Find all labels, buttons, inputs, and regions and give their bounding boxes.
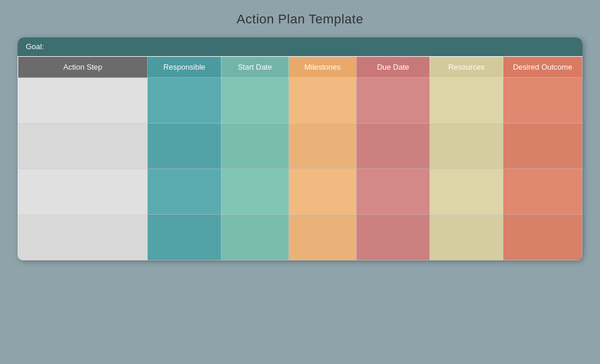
page-title: Action Plan Template [237,12,363,27]
table-row [18,123,582,169]
cell-desired-outcome[interactable] [503,78,582,123]
col-header-desired-outcome: Desired Outcome [503,57,582,78]
table-row [18,215,582,260]
cell-action-step[interactable] [18,215,148,260]
cell-milestones[interactable] [289,78,357,123]
page-wrapper: Action Plan Template Goal: Action Step R… [0,0,600,364]
col-header-resources: Resources [429,57,503,78]
col-header-action-step: Action Step [18,57,148,78]
cell-start-date[interactable] [221,169,289,215]
goal-label: Goal: [26,42,44,51]
col-header-responsible: Responsible [148,57,221,78]
cell-resources[interactable] [429,215,503,260]
cell-resources[interactable] [429,78,503,123]
cell-action-step[interactable] [18,78,148,123]
action-plan-table: Action Step Responsible Start Date Miles… [18,56,582,260]
cell-responsible[interactable] [148,215,221,260]
cell-due-date[interactable] [356,215,429,260]
cell-milestones[interactable] [289,169,357,215]
cell-desired-outcome[interactable] [503,169,582,215]
cell-milestones[interactable] [289,215,357,260]
cell-start-date[interactable] [221,215,289,260]
cell-due-date[interactable] [356,169,429,215]
cell-start-date[interactable] [221,123,289,169]
col-header-start-date: Start Date [221,57,289,78]
table-container: Goal: Action Step Responsible Start Date… [18,37,582,260]
col-header-due-date: Due Date [356,57,429,78]
table-row [18,78,582,123]
cell-resources[interactable] [429,123,503,169]
cell-desired-outcome[interactable] [503,123,582,169]
header-row: Action Step Responsible Start Date Miles… [18,57,582,78]
col-header-milestones: Milestones [289,57,357,78]
cell-responsible[interactable] [148,169,221,215]
cell-resources[interactable] [429,169,503,215]
cell-milestones[interactable] [289,123,357,169]
cell-responsible[interactable] [148,123,221,169]
cell-due-date[interactable] [356,123,429,169]
cell-desired-outcome[interactable] [503,215,582,260]
cell-start-date[interactable] [221,78,289,123]
table-row [18,169,582,215]
cell-action-step[interactable] [18,123,148,169]
cell-due-date[interactable] [356,78,429,123]
goal-row: Goal: [18,37,582,56]
cell-responsible[interactable] [148,78,221,123]
cell-action-step[interactable] [18,169,148,215]
